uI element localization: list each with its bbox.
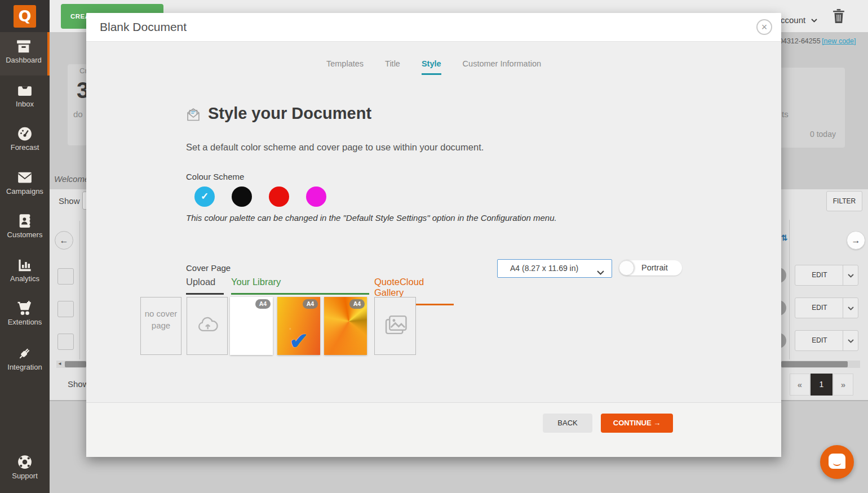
edit-button-label: EDIT bbox=[795, 265, 844, 285]
new-code-link[interactable]: [new code] bbox=[822, 37, 856, 45]
left-arrow-icon: ← bbox=[60, 236, 69, 245]
cover-tab-your-library[interactable]: Your Library bbox=[231, 277, 369, 295]
cover-thumbnail-white[interactable]: A4 bbox=[230, 297, 273, 355]
tab-templates[interactable]: Templates bbox=[326, 59, 364, 75]
a4-badge: A4 bbox=[349, 299, 365, 309]
sidebar-item-support[interactable]: Support bbox=[0, 448, 50, 491]
tab-customer-information[interactable]: Customer Information bbox=[463, 59, 541, 75]
style-document-icon bbox=[185, 106, 201, 122]
sidebar-item-inbox[interactable]: Inbox bbox=[0, 76, 50, 119]
trash-icon[interactable] bbox=[832, 8, 845, 24]
show-label: Show bbox=[59, 196, 80, 206]
check-icon: ✓ bbox=[201, 191, 209, 202]
stats-today-count: 0 today bbox=[810, 130, 836, 139]
welcome-text: Welcome bbox=[54, 174, 89, 184]
section-subtitle: Set a default color scheme and cover pag… bbox=[186, 142, 484, 153]
colour-swatch-magenta[interactable] bbox=[306, 186, 326, 207]
scrollbar-thumb[interactable] bbox=[65, 361, 86, 367]
document-code: 04312-64255 bbox=[779, 37, 821, 45]
sidebar-item-analytics[interactable]: Analytics bbox=[0, 251, 50, 294]
cover-thumbnail-orange-selected[interactable]: A4 ✔ bbox=[277, 297, 320, 355]
continue-button[interactable]: CONTINUE → bbox=[601, 414, 673, 433]
row-checkbox[interactable] bbox=[57, 334, 74, 350]
filter-button[interactable]: FILTER bbox=[826, 191, 862, 211]
chevron-down-icon[interactable] bbox=[843, 298, 858, 318]
paper-size-select[interactable]: A4 (8.27 x 11.69 in) bbox=[497, 259, 612, 278]
life-ring-icon bbox=[16, 454, 33, 470]
colour-swatch-black[interactable] bbox=[232, 186, 252, 207]
colour-scheme-note: This colour palette can be changed in th… bbox=[186, 213, 557, 223]
archive-box-icon bbox=[15, 38, 32, 55]
scrollbar-left-arrow-icon: ◄ bbox=[57, 361, 62, 366]
modal-footer: BACK CONTINUE → bbox=[86, 402, 781, 457]
chevron-down-icon[interactable] bbox=[843, 265, 858, 285]
sidebar-item-campaigns[interactable]: Campaigns bbox=[0, 163, 50, 207]
colour-swatch-blue-selected[interactable]: ✓ bbox=[194, 186, 215, 207]
gallery-option[interactable] bbox=[374, 297, 416, 355]
account-menu[interactable]: ccount bbox=[781, 15, 817, 25]
modal-header bbox=[86, 13, 781, 42]
chevron-down-icon bbox=[811, 19, 817, 23]
chat-launcher-button[interactable] bbox=[820, 445, 854, 479]
sidebar-item-customers[interactable]: Customers bbox=[0, 207, 50, 250]
horizontal-scrollbar[interactable]: ◄ bbox=[56, 361, 86, 368]
edit-button[interactable]: EDIT bbox=[795, 330, 858, 351]
bar-chart-icon bbox=[16, 256, 33, 273]
app-root: CREA ccount 04312-64255 [new code] Cr 3 … bbox=[0, 0, 868, 493]
sidebar-item-extentions[interactable]: Extentions bbox=[0, 294, 50, 337]
tab-title[interactable]: Title bbox=[385, 59, 400, 75]
pagination-next-button[interactable]: » bbox=[833, 374, 853, 396]
sidebar-item-integration[interactable]: Integration bbox=[0, 339, 50, 383]
sidebar-item-label: Inbox bbox=[0, 100, 50, 108]
toggle-knob[interactable] bbox=[619, 260, 634, 276]
cart-plus-icon bbox=[16, 300, 33, 317]
back-button[interactable]: BACK bbox=[543, 414, 592, 433]
a4-badge: A4 bbox=[303, 299, 318, 309]
pagination-prev-button[interactable]: « bbox=[790, 374, 810, 396]
cloud-upload-icon bbox=[197, 315, 219, 336]
modal-title: Blank Document bbox=[100, 20, 187, 34]
stats-card-fragment: ts bbox=[782, 109, 789, 119]
stats-card-sublabel: do bbox=[73, 109, 83, 119]
edit-button[interactable]: EDIT bbox=[795, 265, 858, 286]
cover-tab-upload[interactable]: Upload bbox=[186, 277, 224, 295]
scroll-left-button[interactable]: ← bbox=[55, 231, 73, 250]
edit-button-label: EDIT bbox=[795, 298, 844, 318]
horizontal-scrollbar[interactable] bbox=[781, 361, 860, 368]
edit-button[interactable]: EDIT bbox=[795, 297, 858, 318]
sidebar-item-dashboard[interactable]: Dashboard bbox=[0, 32, 50, 75]
sidebar-item-label: Support bbox=[0, 472, 50, 480]
app-logo[interactable]: Q bbox=[14, 5, 36, 28]
close-icon[interactable]: × bbox=[756, 19, 772, 35]
sidebar-item-label: Customers bbox=[0, 230, 50, 239]
cover-thumbnail-geometric[interactable]: A4 bbox=[324, 297, 367, 355]
sidebar-item-label: Analytics bbox=[0, 274, 50, 283]
chevron-down-icon bbox=[597, 267, 604, 277]
smile-icon bbox=[833, 460, 841, 466]
row-checkbox[interactable] bbox=[57, 268, 74, 285]
no-cover-page-option[interactable]: no cover page bbox=[140, 297, 181, 355]
sidebar-item-label: Dashboard bbox=[0, 56, 47, 64]
scroll-right-button[interactable]: → bbox=[847, 231, 865, 250]
sidebar-item-label: Forecast bbox=[0, 143, 50, 152]
sidebar-item-label: Campaigns bbox=[0, 187, 50, 196]
tab-style[interactable]: Style bbox=[422, 59, 441, 75]
colour-scheme-label: Colour Scheme bbox=[186, 172, 244, 181]
inbox-tray-icon bbox=[16, 82, 33, 99]
colour-swatch-red[interactable] bbox=[269, 186, 289, 207]
account-label: ccount bbox=[781, 15, 805, 25]
table-right-border bbox=[789, 220, 790, 359]
row-checkbox[interactable] bbox=[57, 301, 74, 317]
paper-size-value: A4 (8.27 x 11.69 in) bbox=[510, 264, 578, 273]
orientation-label: Portrait bbox=[641, 263, 668, 272]
sidebar-item-label: Extentions bbox=[0, 318, 50, 326]
sort-az-icon[interactable]: ⇅ bbox=[781, 233, 788, 242]
upload-cover-option[interactable] bbox=[187, 297, 228, 355]
sidebar-item-forecast[interactable]: Forecast bbox=[0, 119, 50, 163]
chevron-down-icon[interactable] bbox=[843, 331, 858, 350]
scrollbar-thumb[interactable] bbox=[781, 361, 848, 367]
pagination-current-page[interactable]: 1 bbox=[811, 374, 832, 396]
orientation-toggle[interactable]: Portrait bbox=[619, 260, 682, 276]
blank-document-modal: Blank Document × Templates Title Style C… bbox=[86, 13, 781, 456]
table-left-border bbox=[79, 221, 80, 359]
